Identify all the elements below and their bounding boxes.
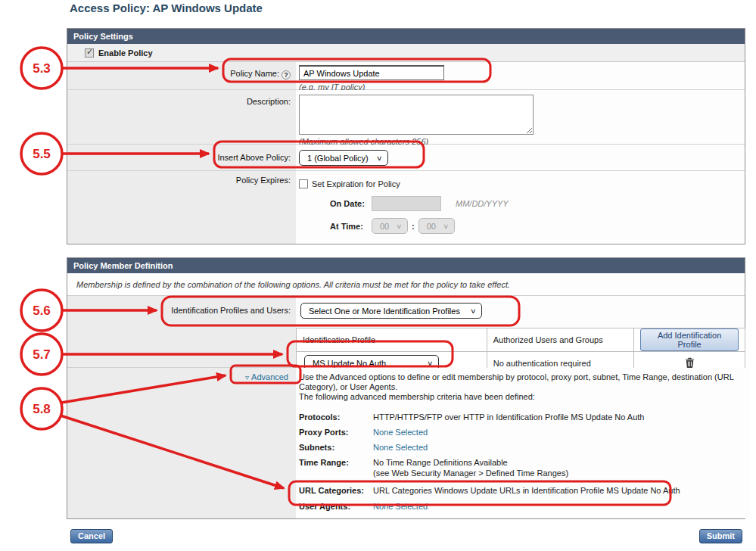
id-profile-table-row: Identification Profile Authorized Users …: [67, 328, 745, 367]
policy-name-row: Policy Name:? (e.g. my IT policy): [67, 62, 745, 90]
help-icon[interactable]: ?: [282, 70, 291, 79]
policy-expires-label-cell: Policy Expires:: [67, 171, 296, 244]
insert-above-label-cell: Insert Above Policy:: [67, 145, 296, 170]
advanced-toggle[interactable]: ▿Advanced: [245, 372, 288, 381]
time-range-line1: No Time Range Definitions Available: [373, 458, 508, 467]
set-expiration-checkbox[interactable]: [299, 179, 308, 188]
criteria-value: No Time Range Definitions Available (see…: [373, 458, 744, 478]
criteria-value-link[interactable]: None Selected: [373, 502, 744, 511]
policy-member-header: Policy Member Definition: [67, 258, 745, 273]
criteria-label: Time Range:: [299, 458, 373, 478]
chevron-down-icon: ∨: [396, 223, 403, 230]
policy-settings-section: Policy Settings ✓ Enable Policy Policy N…: [67, 28, 745, 244]
criteria-proxy-ports: Proxy Ports: None Selected: [299, 428, 744, 437]
description-textarea[interactable]: [299, 95, 534, 135]
id-profiles-value: Select One or More Identification Profil…: [309, 307, 460, 316]
callout-label: 5.3: [33, 61, 51, 76]
minute-select[interactable]: 00 ∨: [418, 218, 455, 234]
criteria-label: URL Categories:: [299, 486, 373, 495]
advanced-defined-note: The following advanced membership criter…: [299, 392, 744, 402]
callout-label: 5.8: [33, 402, 51, 416]
criteria-label: User Agents:: [299, 502, 373, 511]
criteria-label: Subnets:: [299, 443, 373, 452]
criteria-value: URL Categories Windows Update URLs in Id…: [373, 486, 744, 495]
policy-expires-label: Policy Expires:: [236, 176, 291, 185]
description-field-cell: (Maximum allowed characters 256): [296, 90, 745, 144]
policy-expires-field-cell: Set Expiration for Policy On Date: MM/DD…: [296, 171, 745, 244]
enable-policy-row: ✓ Enable Policy: [67, 44, 745, 62]
column-header-identification-profile: Identification Profile: [297, 328, 487, 352]
policy-name-label: Policy Name:: [230, 69, 279, 78]
id-profiles-row: Identification Profiles and Users: Selec…: [67, 296, 745, 328]
criteria-value-link[interactable]: None Selected: [373, 443, 744, 452]
id-profiles-label: Identification Profiles and Users:: [171, 306, 291, 315]
criteria-user-agents: User Agents: None Selected: [299, 502, 744, 511]
hour-select[interactable]: 00 ∨: [372, 218, 408, 234]
policy-member-section: Policy Member Definition Membership is d…: [67, 257, 745, 519]
criteria-value-link[interactable]: None Selected: [373, 428, 744, 437]
criteria-time-range: Time Range: No Time Range Definitions Av…: [299, 458, 744, 478]
description-row: Description: (Maximum allowed characters…: [67, 90, 745, 145]
advanced-label-cell: ▿Advanced: [67, 368, 296, 518]
callout-label: 5.6: [33, 304, 51, 318]
id-profile-table-cell: Identification Profile Authorized Users …: [296, 328, 745, 367]
chevron-down-icon: ∨: [443, 223, 450, 230]
policy-settings-header: Policy Settings: [67, 29, 745, 44]
membership-note: Membership is defined by the combination…: [67, 273, 745, 296]
on-date-row: On Date: MM/DD/YYYY: [330, 196, 745, 211]
insert-above-policy-row: Insert Above Policy: 1 (Global Policy) ∨: [67, 145, 745, 171]
id-profile-table-spacer: [67, 328, 296, 367]
advanced-label: Advanced: [251, 372, 288, 381]
minute-value: 00: [427, 222, 436, 231]
add-profile-cell: Add Identification Profile: [634, 328, 745, 352]
cancel-button[interactable]: Cancel: [70, 529, 113, 543]
id-profiles-field-cell: Select One or More Identification Profil…: [296, 296, 745, 328]
policy-name-input[interactable]: [299, 65, 444, 80]
callout-circle-5-8: [21, 388, 62, 429]
submit-button[interactable]: Submit: [699, 529, 742, 543]
triangle-down-icon: ▿: [245, 373, 249, 381]
policy-name-label-cell: Policy Name:?: [67, 62, 296, 89]
chevron-down-icon: ∨: [470, 307, 477, 315]
on-date-input[interactable]: [372, 196, 441, 211]
enable-policy-checkbox[interactable]: ✓: [85, 48, 94, 58]
advanced-content: Use the Advanced options to define or ed…: [296, 368, 750, 518]
insert-above-policy-label: Insert Above Policy:: [217, 153, 291, 162]
id-profiles-select[interactable]: Select One or More Identification Profil…: [300, 303, 482, 319]
advanced-row: ▿Advanced Use the Advanced options to de…: [67, 367, 745, 518]
criteria-value: HTTP/HTTPS/FTP over HTTP in Identificati…: [373, 412, 744, 422]
chevron-down-icon: ∨: [427, 360, 434, 367]
description-label: Description:: [247, 97, 291, 106]
description-label-cell: Description:: [67, 90, 296, 144]
set-expiration-label: Set Expiration for Policy: [312, 179, 400, 188]
checkmark-icon: ✓: [86, 47, 93, 57]
profile-select-value: MS Update No Auth: [313, 359, 386, 368]
page-title: Access Policy: AP Windows Update: [70, 2, 263, 14]
trash-icon[interactable]: [685, 357, 695, 368]
time-range-line2: (see Web Security Manager > Defined Time…: [373, 469, 744, 478]
criteria-url-categories: URL Categories: URL Categories Windows U…: [299, 486, 744, 495]
set-expiration-row: Set Expiration for Policy: [299, 179, 745, 188]
chevron-down-icon: ∨: [376, 154, 383, 162]
policy-name-field-cell: (e.g. my IT policy): [296, 62, 745, 89]
criteria-label: Protocols:: [299, 412, 373, 422]
at-time-label: At Time:: [330, 222, 366, 231]
id-profiles-label-cell: Identification Profiles and Users:: [67, 296, 296, 328]
date-format-hint: MM/DD/YYYY: [456, 199, 509, 208]
criteria-protocols: Protocols: HTTP/HTTPS/FTP over HTTP in I…: [299, 412, 744, 422]
callout-label: 5.7: [33, 347, 51, 362]
on-date-label: On Date:: [330, 199, 366, 208]
enable-policy-label: Enable Policy: [98, 48, 153, 58]
insert-above-field-cell: 1 (Global Policy) ∨: [296, 145, 745, 170]
advanced-criteria-list: Protocols: HTTP/HTTPS/FTP over HTTP in I…: [299, 412, 744, 511]
insert-above-policy-select[interactable]: 1 (Global Policy) ∨: [299, 150, 388, 166]
add-identification-profile-button[interactable]: Add Identification Profile: [640, 328, 739, 351]
callout-circle-5-7: [21, 334, 62, 375]
advanced-description: Use the Advanced options to define or ed…: [299, 372, 744, 392]
callout-label: 5.5: [33, 147, 51, 161]
column-header-authorized-users: Authorized Users and Groups: [487, 328, 633, 352]
criteria-subnets: Subnets: None Selected: [299, 443, 744, 452]
callout-circle-5-5: [21, 133, 62, 174]
criteria-label: Proxy Ports:: [299, 428, 373, 437]
hour-value: 00: [380, 222, 389, 231]
